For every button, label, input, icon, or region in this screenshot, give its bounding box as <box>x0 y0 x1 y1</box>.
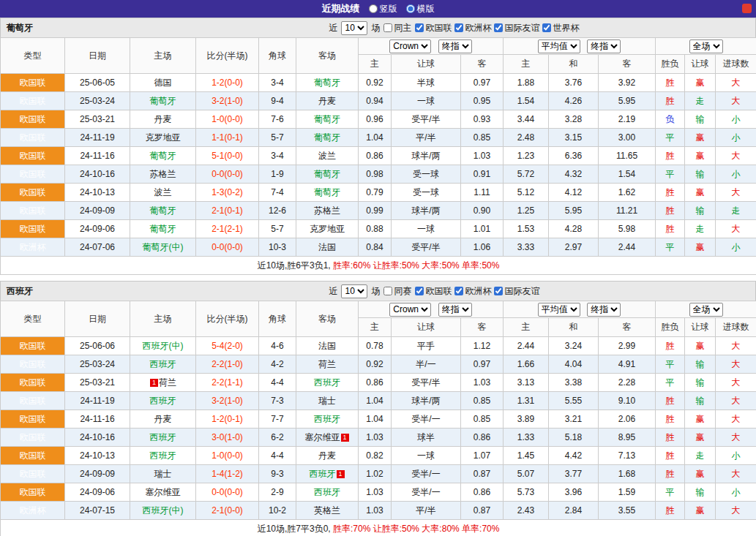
odds-handicap-cell: 半/一 <box>392 355 461 374</box>
top-right-icon[interactable] <box>742 4 752 13</box>
home-team-cell[interactable]: 丹麦 <box>130 410 196 429</box>
home-team-cell[interactable]: 西班牙 <box>130 392 196 410</box>
home-team-cell[interactable]: 西班牙(中) <box>130 337 196 355</box>
cell-text: 输 <box>696 396 705 406</box>
league-checkbox[interactable] <box>454 287 463 295</box>
avg-home-cell: 1.45 <box>504 447 549 465</box>
away-team-cell[interactable]: 塞尔维亚1 <box>296 429 359 447</box>
layout-option-vertical[interactable]: 竖版 <box>369 3 397 15</box>
result-outcome-cell: 胜 <box>656 502 685 520</box>
score-cell: 3-2(1-0) <box>196 392 259 410</box>
away-team-cell[interactable]: 西班牙 <box>296 374 359 392</box>
away-team-cell[interactable]: 荷兰 <box>296 355 359 374</box>
cell-text: 0-0(0-0) <box>212 487 243 497</box>
away-team-cell[interactable]: 西班牙 <box>296 483 359 502</box>
away-team-cell[interactable]: 葡萄牙 <box>296 74 359 92</box>
score-cell: 1-3(0-2) <box>196 184 259 202</box>
league-filter[interactable]: 世界杯 <box>542 22 579 34</box>
away-team-cell[interactable]: 西班牙1 <box>296 465 359 483</box>
league-checkbox[interactable] <box>494 23 503 32</box>
away-team-cell[interactable]: 英格兰 <box>296 502 359 520</box>
cell-text: 赢 <box>696 414 705 424</box>
match-row: 欧国联24-11-19西班牙3-2(1-0)7-3瑞士1.04球半/两0.851… <box>1 392 756 410</box>
league-filter[interactable]: 欧国联 <box>415 22 452 34</box>
away-team-cell[interactable]: 苏格兰 <box>296 202 359 220</box>
league-filter[interactable]: 国际友谊 <box>494 285 539 298</box>
home-team-cell[interactable]: 塞尔维亚 <box>130 483 196 502</box>
cell-text: 葡萄牙 <box>150 205 176 216</box>
full-match-select[interactable]: 全场 <box>689 39 723 53</box>
league-filter[interactable]: 欧国联 <box>415 285 452 298</box>
bookmaker-select[interactable]: Crown <box>389 303 431 317</box>
home-team-cell[interactable]: 西班牙 <box>130 429 196 447</box>
home-team-cell[interactable]: 1荷兰 <box>130 374 196 392</box>
home-team-cell[interactable]: 西班牙 <box>130 355 196 374</box>
away-team-cell[interactable]: 葡萄牙 <box>296 129 359 147</box>
league-checkbox[interactable] <box>494 287 503 295</box>
odds-time-select[interactable]: 终指 <box>438 39 472 53</box>
vertical-layout-radio[interactable] <box>369 4 378 13</box>
cell-text: 24-09-09 <box>80 469 115 479</box>
recent-count-select[interactable]: 10 <box>341 284 367 298</box>
home-team-cell[interactable]: 瑞士 <box>130 465 196 483</box>
home-team-cell[interactable]: 德国 <box>130 74 196 92</box>
away-team-cell[interactable]: 法国 <box>296 337 359 355</box>
same-venue-checkbox[interactable] <box>383 23 392 32</box>
same-competition-filter[interactable]: 同赛 <box>383 285 411 298</box>
away-team-cell[interactable]: 葡萄牙 <box>296 184 359 202</box>
league-checkbox[interactable] <box>454 23 463 32</box>
away-team-cell[interactable]: 法国 <box>296 238 359 257</box>
col-result-handicap: 让球 <box>685 55 716 74</box>
avg-away-cell: 2.06 <box>599 410 656 429</box>
away-team-cell[interactable]: 克罗地亚 <box>296 220 359 238</box>
home-team-cell[interactable]: 波兰 <box>130 184 196 202</box>
away-team-cell[interactable]: 丹麦 <box>296 92 359 110</box>
league-checkbox[interactable] <box>415 287 424 295</box>
cell-text: 3-2(1-0) <box>212 96 243 106</box>
cell-text: 受半/一 <box>411 469 440 479</box>
league-filter[interactable]: 欧洲杯 <box>454 22 491 34</box>
league-checkbox[interactable] <box>542 23 551 32</box>
average-time-select[interactable]: 终指 <box>587 303 621 317</box>
away-team-cell[interactable]: 葡萄牙 <box>296 110 359 129</box>
home-team-cell[interactable]: 葡萄牙(中) <box>130 238 196 257</box>
away-team-cell[interactable]: 瑞士 <box>296 392 359 410</box>
league-filter[interactable]: 国际友谊 <box>494 22 539 34</box>
home-team-cell[interactable]: 葡萄牙 <box>130 147 196 165</box>
away-team-cell[interactable]: 西班牙 <box>296 410 359 429</box>
home-team-cell[interactable]: 苏格兰 <box>130 165 196 184</box>
home-team-cell[interactable]: 葡萄牙 <box>130 92 196 110</box>
full-match-select[interactable]: 全场 <box>689 303 723 317</box>
away-team-cell[interactable]: 葡萄牙 <box>296 165 359 184</box>
avg-draw-cell: 5.55 <box>549 392 599 410</box>
league-checkbox[interactable] <box>415 23 424 32</box>
same-competition-checkbox[interactable] <box>383 287 392 295</box>
odds-home-cell: 0.86 <box>359 147 392 165</box>
away-team-cell[interactable]: 波兰 <box>296 147 359 165</box>
horizontal-layout-radio[interactable] <box>406 4 415 13</box>
home-team-cell[interactable]: 丹麦 <box>130 110 196 129</box>
bookmaker-select[interactable]: Crown <box>389 39 431 53</box>
home-team-cell[interactable]: 西班牙 <box>130 447 196 465</box>
same-venue-filter[interactable]: 同主 <box>383 22 411 34</box>
cell-text: 欧国联 <box>20 414 46 424</box>
layout-option-horizontal[interactable]: 横版 <box>406 3 435 15</box>
home-team-cell[interactable]: 葡萄牙 <box>130 220 196 238</box>
away-team-cell[interactable]: 丹麦 <box>296 447 359 465</box>
average-select[interactable]: 平均值 <box>538 303 580 317</box>
cell-text: 西班牙 <box>150 359 176 369</box>
home-team-cell[interactable]: 克罗地亚 <box>130 129 196 147</box>
league-filter[interactable]: 欧洲杯 <box>454 285 491 298</box>
cell-text: 7-6 <box>271 114 283 124</box>
average-select[interactable]: 平均值 <box>538 39 580 53</box>
result-goals-cell: 大 <box>716 337 756 355</box>
home-team-cell[interactable]: 葡萄牙 <box>130 202 196 220</box>
average-time-select[interactable]: 终指 <box>587 39 621 53</box>
odds-time-select[interactable]: 终指 <box>438 303 472 317</box>
recent-count-select[interactable]: 10 <box>341 21 367 35</box>
cell-text: 5.73 <box>517 487 534 497</box>
cell-text: 欧国联 <box>20 469 46 479</box>
cell-text: 一球 <box>417 224 435 234</box>
home-team-cell[interactable]: 西班牙(中) <box>130 502 196 520</box>
cell-text: 平 <box>666 377 675 388</box>
